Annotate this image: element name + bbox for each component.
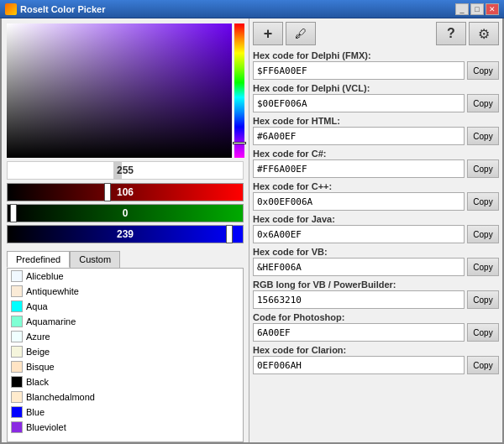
close-button[interactable]: ✕ [486, 3, 499, 15]
blue-slider[interactable]: 239 [7, 225, 244, 243]
color-name: Aliceblue [26, 271, 64, 281]
list-item[interactable]: Bisque [8, 359, 243, 374]
list-item[interactable]: Aquamarine [8, 314, 243, 329]
add-button[interactable]: + [253, 22, 283, 45]
hex-row: Hex code for Clarion:Copy [253, 345, 499, 374]
hex-input[interactable] [253, 61, 465, 80]
blue-slider-row: 239 [7, 225, 244, 243]
hex-label: Hex code for C++: [253, 181, 499, 191]
copy-button[interactable]: Copy [467, 94, 499, 112]
color-swatch [11, 361, 23, 373]
title-bar: Roselt Color Picker _ □ ✕ [0, 0, 504, 18]
list-item[interactable]: Blueviolet [8, 420, 243, 435]
tabs-row: Predefined Custom [2, 248, 249, 268]
hex-codes-section: Hex code for Delphi (FMX):CopyHex code f… [253, 50, 499, 439]
hex-label: Hex code for Delphi (FMX): [253, 50, 499, 60]
hex-row: Hex code for Delphi (FMX):Copy [253, 50, 499, 80]
color-swatch [11, 285, 23, 297]
list-item[interactable]: Blanchedalmond [8, 389, 243, 405]
hex-input-row: Copy [253, 127, 499, 145]
hex-input[interactable] [253, 225, 465, 243]
hex-input[interactable] [253, 356, 465, 374]
color-gradient[interactable] [7, 24, 232, 158]
copy-button[interactable]: Copy [467, 225, 499, 243]
copy-button[interactable]: Copy [467, 323, 499, 342]
maximize-button[interactable]: □ [470, 3, 484, 15]
color-swatch [11, 406, 23, 418]
title-bar-left: Roselt Color Picker [5, 3, 105, 15]
color-list[interactable]: AliceblueAntiquewhiteAquaAquamarineAzure… [7, 268, 244, 442]
list-item[interactable]: Black [8, 374, 243, 389]
app-icon [5, 3, 17, 15]
tab-predefined[interactable]: Predefined [7, 251, 70, 268]
hex-input[interactable] [253, 192, 465, 211]
hex-input-row: Copy [253, 61, 499, 80]
right-panel: + 🖋 ? ⚙ Hex code for Delphi (FMX):CopyHe… [249, 18, 502, 442]
red-value: 106 [117, 186, 134, 198]
list-item[interactable]: Azure [8, 329, 243, 344]
hex-input[interactable] [253, 94, 465, 112]
color-swatch [11, 300, 23, 312]
settings-button[interactable]: ⚙ [469, 22, 499, 45]
green-slider[interactable]: 0 [7, 204, 244, 222]
blue-slider-handle[interactable] [226, 225, 233, 243]
color-name: Beige [26, 347, 50, 357]
top-right-row: + 🖋 ? ⚙ [253, 22, 499, 45]
copy-button[interactable]: Copy [467, 127, 499, 145]
hex-input-row: Copy [253, 159, 499, 178]
plus-icon: + [264, 25, 273, 43]
white-slider-handle[interactable] [113, 162, 122, 179]
list-item[interactable]: Aqua [8, 299, 243, 314]
red-slider-handle[interactable] [104, 183, 111, 201]
green-slider-handle[interactable] [10, 204, 17, 222]
hex-input[interactable] [253, 159, 465, 178]
minimize-button[interactable]: _ [455, 3, 469, 15]
hue-handle [233, 142, 246, 144]
hue-slider[interactable] [234, 24, 244, 158]
red-slider-row: 106 [7, 183, 244, 201]
hex-label: Hex code for C#: [253, 149, 499, 159]
hex-input[interactable] [253, 323, 465, 342]
window-title: Roselt Color Picker [20, 4, 105, 14]
hex-input-row: Copy [253, 290, 499, 309]
color-name: Bisque [26, 362, 55, 372]
red-slider[interactable]: 106 [7, 183, 244, 201]
eyedropper-button[interactable]: 🖋 [286, 22, 316, 45]
color-swatch [11, 421, 23, 433]
hex-input[interactable] [253, 290, 465, 309]
list-item[interactable]: Beige [8, 344, 243, 359]
hex-label: Hex code for Clarion: [253, 345, 499, 355]
copy-button[interactable]: Copy [467, 290, 499, 309]
hex-input[interactable] [253, 127, 465, 145]
hex-input-row: Copy [253, 356, 499, 374]
blue-value: 239 [117, 228, 134, 240]
copy-button[interactable]: Copy [467, 159, 499, 178]
color-swatch [11, 270, 23, 282]
hex-input-row: Copy [253, 94, 499, 112]
hex-label: Hex code for Delphi (VCL): [253, 83, 499, 93]
copy-button[interactable]: Copy [467, 258, 499, 276]
tab-custom[interactable]: Custom [70, 251, 120, 268]
list-item[interactable]: Antiquewhite [8, 284, 243, 299]
copy-button[interactable]: Copy [467, 61, 499, 80]
hex-input-row: Copy [253, 192, 499, 211]
list-item[interactable]: Aliceblue [8, 269, 243, 284]
hex-input[interactable] [253, 258, 465, 276]
help-button[interactable]: ? [436, 22, 466, 45]
settings-icon: ⚙ [478, 26, 490, 42]
hex-input-row: Copy [253, 258, 499, 276]
hex-label: RGB long for VB / PowerBuilder: [253, 279, 499, 290]
color-swatch [11, 316, 23, 327]
copy-button[interactable]: Copy [467, 356, 499, 374]
green-value: 0 [123, 207, 129, 219]
hex-row: RGB long for VB / PowerBuilder:Copy [253, 279, 499, 309]
copy-button[interactable]: Copy [467, 192, 499, 211]
hex-row: Hex code for Java:Copy [253, 214, 499, 243]
question-icon: ? [447, 26, 455, 41]
color-name: Aquamarine [26, 316, 76, 326]
list-item[interactable]: Blue [8, 405, 243, 420]
white-slider[interactable]: 255 [7, 161, 244, 180]
title-controls: _ □ ✕ [455, 3, 499, 15]
color-name: Blue [26, 407, 45, 417]
green-slider-row: 0 [7, 204, 244, 222]
